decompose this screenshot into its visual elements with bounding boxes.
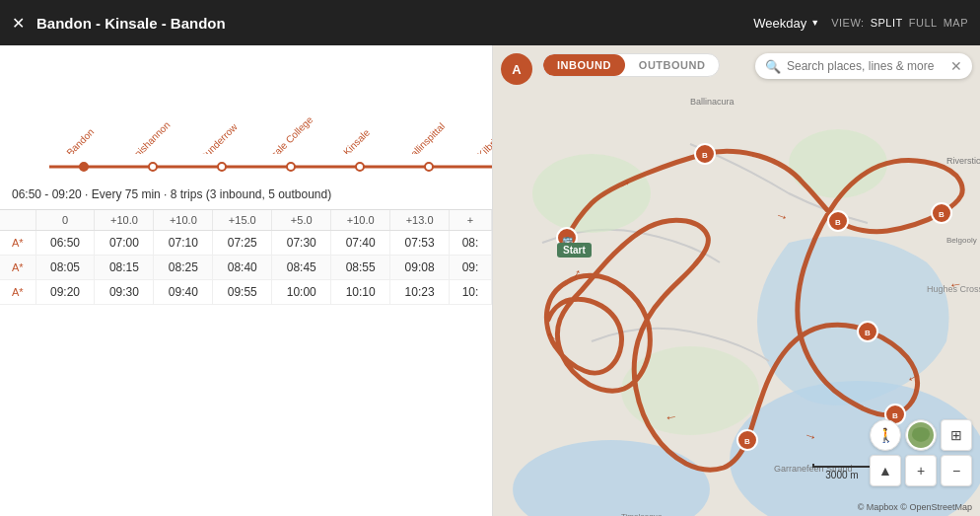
svg-point-4 bbox=[532, 154, 651, 233]
svg-text:Ballinacura: Ballinacura bbox=[690, 97, 735, 107]
svg-text:Riverstick: Riverstick bbox=[946, 156, 980, 166]
scale-label: 3000 m bbox=[825, 470, 858, 480]
scale-bar: 3000 m bbox=[812, 464, 872, 480]
dot-bandon bbox=[49, 162, 118, 172]
search-bar[interactable]: 🔍 ✕ bbox=[755, 53, 972, 79]
col-15: +15.0 bbox=[213, 210, 272, 231]
cell: 09:30 bbox=[95, 280, 154, 305]
stop-bandon: Bandon bbox=[49, 135, 118, 154]
timeline-dots bbox=[49, 162, 493, 172]
cell: 07:53 bbox=[390, 231, 450, 256]
row-label: A* bbox=[0, 280, 35, 305]
col-0: 0 bbox=[35, 210, 95, 231]
table-row: A* 06:50 07:00 07:10 07:25 07:30 07:40 0… bbox=[0, 231, 492, 256]
col-13: +13.0 bbox=[390, 210, 450, 231]
timetable[interactable]: 0 +10.0 +10.0 +15.0 +5.0 +10.0 +13.0 + A… bbox=[0, 210, 492, 516]
direction-buttons: INBOUND OUTBOUND bbox=[542, 53, 720, 77]
search-icon: 🔍 bbox=[765, 59, 781, 74]
view-label: VIEW: bbox=[831, 17, 864, 29]
cell: 10:10 bbox=[331, 280, 390, 305]
cell: 08:25 bbox=[154, 256, 213, 280]
view-full[interactable]: FULL bbox=[909, 17, 938, 29]
timetable-table: 0 +10.0 +10.0 +15.0 +5.0 +10.0 +13.0 + A… bbox=[0, 210, 492, 305]
table-row: A* 08:05 08:15 08:25 08:40 08:45 08:55 0… bbox=[0, 256, 492, 280]
row-label: A* bbox=[0, 231, 35, 256]
map-controls: 🚶 ⊞ ▲ + − bbox=[870, 419, 972, 486]
table-row: A* 09:20 09:30 09:40 09:55 10:00 10:10 1… bbox=[0, 280, 492, 305]
main-content: Bandon Innishannon Dunderrow Kinsale Col… bbox=[0, 45, 980, 516]
dot-innishannon bbox=[118, 162, 187, 172]
timeline-bar bbox=[0, 154, 492, 180]
ctrl-row-1: 🚶 ⊞ bbox=[870, 419, 972, 451]
dot-kinsale bbox=[325, 162, 394, 172]
col-10b: +10.0 bbox=[154, 210, 213, 231]
cell: 09:55 bbox=[213, 280, 272, 305]
stop-ballinspittal: Ballinspittal bbox=[394, 135, 463, 154]
cell: 07:30 bbox=[272, 231, 331, 256]
route-title: Bandon - Kinsale - Bandon bbox=[36, 15, 741, 32]
dot-ballinspittal bbox=[394, 162, 463, 172]
stop-innishannon: Innishannon bbox=[118, 135, 187, 154]
svg-point-5 bbox=[789, 129, 887, 198]
weekday-selector[interactable]: Weekday ▼ bbox=[753, 16, 819, 31]
cell: 08:45 bbox=[272, 256, 331, 280]
dot-kinsale-college bbox=[256, 162, 325, 172]
svg-text:Hughes Cross roads: Hughes Cross roads bbox=[927, 284, 980, 294]
svg-text:Belgooly: Belgooly bbox=[946, 236, 977, 245]
close-search-icon[interactable]: ✕ bbox=[950, 58, 962, 74]
outbound-button[interactable]: OUTBOUND bbox=[625, 54, 720, 76]
stop-kilbrittain: Kilbrittain bbox=[463, 135, 492, 154]
schedule-info: 06:50 - 09:20 · Every 75 min · 8 trips (… bbox=[0, 180, 492, 210]
map-panel[interactable]: 🚌 B B B B B B → → ↓ → ← ↑ ↑ → Ballinabsi… bbox=[493, 45, 980, 516]
cell: 08: bbox=[450, 231, 492, 256]
search-input[interactable] bbox=[787, 59, 945, 73]
zoom-in-button[interactable]: + bbox=[905, 455, 937, 486]
cell: 08:15 bbox=[95, 256, 154, 280]
view-split[interactable]: SPLIT bbox=[871, 17, 903, 29]
view-map[interactable]: MAP bbox=[944, 17, 968, 29]
cell: 07:00 bbox=[95, 231, 154, 256]
ctrl-row-2: ▲ + − bbox=[870, 455, 972, 486]
svg-text:B: B bbox=[835, 218, 841, 227]
map-style-button[interactable] bbox=[905, 419, 937, 451]
svg-text:B: B bbox=[702, 151, 708, 160]
col-more: + bbox=[450, 210, 492, 231]
col-5: +5.0 bbox=[272, 210, 331, 231]
cell: 10:23 bbox=[390, 280, 450, 305]
stop-dunderrow: Dunderrow bbox=[187, 135, 256, 154]
view-selector: VIEW: SPLIT FULL MAP bbox=[831, 17, 968, 29]
col-10c: +10.0 bbox=[331, 210, 390, 231]
route-a-button[interactable]: A bbox=[501, 53, 532, 85]
cell: 07:10 bbox=[154, 231, 213, 256]
compass-button[interactable]: ▲ bbox=[870, 455, 901, 486]
col-10a: +10.0 bbox=[95, 210, 154, 231]
inbound-button[interactable]: INBOUND bbox=[543, 54, 625, 76]
zoom-out-button[interactable]: − bbox=[941, 455, 972, 486]
pedestrian-button[interactable]: 🚶 bbox=[870, 419, 901, 451]
cell: 08:05 bbox=[35, 256, 95, 280]
layers-button[interactable]: ⊞ bbox=[941, 419, 972, 451]
svg-text:B: B bbox=[939, 210, 945, 219]
cell: 08:40 bbox=[213, 256, 272, 280]
scale-line bbox=[812, 464, 872, 468]
map-attribution: © Mapbox © OpenStreetMap bbox=[858, 502, 972, 512]
row-label: A* bbox=[0, 256, 35, 280]
stop-kinsale-college: Kinsale College bbox=[256, 135, 325, 154]
cell: 09:20 bbox=[35, 280, 95, 305]
cell: 07:40 bbox=[331, 231, 390, 256]
svg-text:B: B bbox=[744, 437, 750, 446]
dot-dunderrow bbox=[187, 162, 256, 172]
header: ✕ Bandon - Kinsale - Bandon Weekday ▼ VI… bbox=[0, 0, 980, 45]
cell: 09: bbox=[450, 256, 492, 280]
close-button[interactable]: ✕ bbox=[12, 14, 25, 33]
svg-point-6 bbox=[621, 346, 759, 435]
svg-text:Timoleague: Timoleague bbox=[621, 512, 663, 516]
start-label: Start bbox=[557, 243, 592, 258]
cell: 08:55 bbox=[331, 256, 390, 280]
stop-kinsale: Kinsale bbox=[325, 135, 394, 154]
chevron-down-icon: ▼ bbox=[810, 18, 819, 28]
table-body: A* 06:50 07:00 07:10 07:25 07:30 07:40 0… bbox=[0, 231, 492, 305]
table-header: 0 +10.0 +10.0 +15.0 +5.0 +10.0 +13.0 + bbox=[0, 210, 492, 231]
cell: 07:25 bbox=[213, 231, 272, 256]
cell: 06:50 bbox=[35, 231, 95, 256]
